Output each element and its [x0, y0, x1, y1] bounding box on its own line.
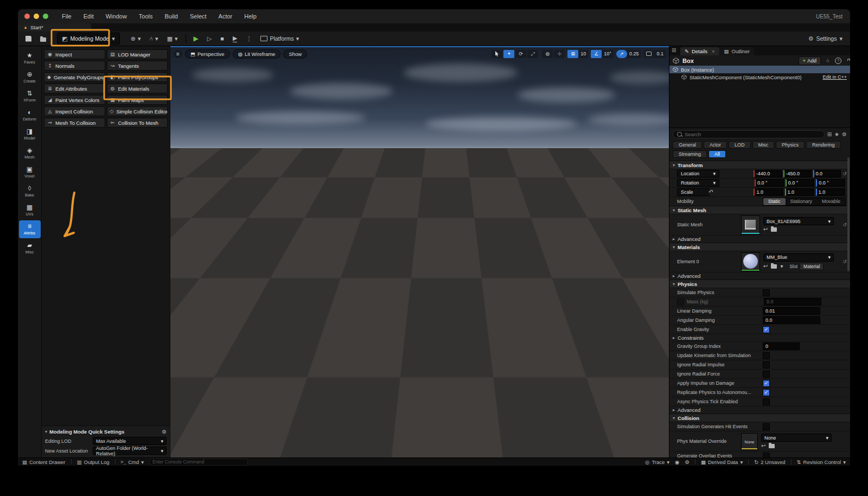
- settings-icon[interactable]: ⚙: [842, 131, 847, 137]
- mass-override-checkbox[interactable]: [677, 298, 684, 306]
- location-x-field[interactable]: -440.0: [754, 170, 782, 177]
- menu-select[interactable]: Select: [184, 13, 213, 20]
- scale-y-field[interactable]: 1.0: [785, 188, 814, 196]
- row-materials-advanced[interactable]: ▸Advanced: [669, 272, 850, 279]
- location-y-field[interactable]: -450.0: [783, 170, 812, 177]
- tool-paint-polygroups[interactable]: ◧Paint PolyGroups: [107, 72, 168, 82]
- tool-mesh-to-collision[interactable]: ⇒Mesh To Collision: [44, 118, 105, 128]
- replicate-physics-checkbox[interactable]: ✓: [763, 389, 770, 396]
- angular-damping-field[interactable]: 0.0: [763, 316, 820, 324]
- rotation-snap-toggle[interactable]: ∠: [591, 50, 602, 58]
- show-flags-select[interactable]: Show: [283, 49, 307, 59]
- use-selected-asset-icon[interactable]: ↩: [761, 443, 765, 449]
- settings-button[interactable]: ⚙ Settings ▾: [805, 34, 846, 44]
- menu-edit[interactable]: Edit: [78, 13, 100, 20]
- maximize-window-button[interactable]: [43, 14, 48, 19]
- tool-inspect-collision[interactable]: ◬Inspect Collision: [44, 106, 105, 116]
- sim-hit-events-checkbox[interactable]: [763, 423, 770, 430]
- section-collision[interactable]: ▾Collision: [669, 414, 850, 422]
- menu-file[interactable]: File: [56, 13, 78, 20]
- cinematics-button[interactable]: ▦▾: [164, 34, 181, 44]
- material-options-icon[interactable]: ▾: [780, 263, 783, 269]
- apply-impulse-checkbox[interactable]: ✓: [763, 380, 770, 387]
- slot-name-field[interactable]: Material: [800, 263, 824, 270]
- grid-snap-value[interactable]: 10: [578, 50, 588, 58]
- scale-z-field[interactable]: 1.0: [816, 188, 845, 196]
- filter-lod[interactable]: LOD: [729, 141, 751, 149]
- play-button[interactable]: ▶: [190, 34, 202, 44]
- select-tool-button[interactable]: [492, 50, 502, 58]
- section-static-mesh[interactable]: ▾Static Mesh: [669, 206, 850, 214]
- browse-to-asset-icon[interactable]: [771, 264, 777, 269]
- rotation-type-select[interactable]: Rotation▾: [677, 179, 719, 187]
- filter-rendering[interactable]: Rendering: [806, 141, 841, 149]
- rail-item-faves[interactable]: ★Faves: [19, 49, 41, 67]
- location-type-select[interactable]: Location▾: [677, 170, 719, 177]
- blueprint-icon[interactable]: ⑃: [826, 58, 829, 63]
- section-transform[interactable]: ▾Transform: [669, 161, 850, 169]
- perspective-select[interactable]: ⬒Perspective: [185, 49, 230, 59]
- section-physics[interactable]: ▾Physics: [669, 279, 850, 288]
- rotation-snap-value[interactable]: 10°: [602, 50, 614, 58]
- browse-content-button[interactable]: [37, 34, 49, 44]
- level-viewport[interactable]: ≡ ⬒Perspective ◍Lit Wireframe Show + ⟳ ⤢…: [170, 46, 669, 457]
- filter-actor[interactable]: Actor: [704, 141, 727, 149]
- tool-collision-to-mesh[interactable]: ⇐Collision To Mesh: [107, 118, 168, 128]
- reset-to-default-icon[interactable]: ↺: [843, 171, 847, 176]
- mobility-stationary[interactable]: Stationary: [786, 198, 818, 205]
- move-tool-button[interactable]: +: [503, 50, 514, 58]
- rotate-tool-button[interactable]: ⟳: [515, 50, 526, 58]
- revision-control-button[interactable]: ⇅Revision Control▾: [797, 459, 846, 465]
- rail-item-xform[interactable]: ⇅XForm: [19, 87, 41, 105]
- stop-button[interactable]: ■: [217, 34, 227, 44]
- launch-button[interactable]: ▶: [229, 34, 240, 44]
- ignore-radial-force-checkbox[interactable]: [763, 371, 770, 378]
- static-mesh-thumbnail[interactable]: [741, 215, 760, 234]
- location-z-field[interactable]: 0.0: [813, 170, 841, 177]
- filter-general[interactable]: General: [673, 141, 702, 149]
- console-command-input[interactable]: Enter Console Command: [149, 459, 248, 466]
- add-component-button[interactable]: +Add: [799, 56, 821, 65]
- level-tab-start[interactable]: ▲ Start*: [18, 23, 91, 31]
- section-materials[interactable]: ▾Materials: [669, 243, 850, 251]
- filter-misc[interactable]: Misc: [752, 141, 775, 149]
- trace-button[interactable]: ◎Trace▾: [645, 459, 669, 465]
- filter-all[interactable]: All: [709, 150, 726, 158]
- rail-item-deform[interactable]: ◐Deform: [19, 106, 41, 124]
- menu-actor[interactable]: Actor: [213, 13, 239, 20]
- camera-speed-icon[interactable]: [643, 50, 654, 58]
- tool-edit-attributes[interactable]: ≣Edit Attributes: [44, 84, 105, 93]
- browse-to-asset-icon[interactable]: [771, 227, 777, 232]
- reset-to-default-icon[interactable]: ↺: [843, 222, 847, 227]
- rail-item-attribs[interactable]: ≡Attribs: [19, 220, 41, 238]
- material-asset-select[interactable]: MM_Blue▾: [763, 253, 834, 262]
- linear-damping-field[interactable]: 0.01: [763, 307, 820, 315]
- surface-snap-button[interactable]: ⊹: [554, 50, 565, 58]
- edit-in-cpp-link[interactable]: Edit in C++: [822, 74, 847, 80]
- update-kinematic-checkbox[interactable]: [763, 352, 770, 359]
- ignore-radial-impulse-checkbox[interactable]: [763, 361, 770, 368]
- browse-to-asset-icon[interactable]: [769, 444, 775, 448]
- rail-item-uvs[interactable]: ▦UVs: [19, 201, 41, 219]
- tool-paint-vertex-colors[interactable]: ◢Paint Vertex Colors: [44, 95, 105, 105]
- tree-row-staticmeshcomponent[interactable]: StaticMeshComponent (StaticMeshComponent…: [669, 73, 850, 81]
- tab-details[interactable]: ✎ Details ×: [680, 47, 719, 55]
- rotation-y-field[interactable]: 0.0 °: [786, 179, 815, 187]
- tool-edit-materials[interactable]: ◍Edit Materials: [107, 84, 168, 93]
- play-options-button[interactable]: ⋮: [242, 34, 255, 44]
- tool-generate-polygroups[interactable]: ◆Generate PolyGroups: [44, 72, 105, 82]
- rail-item-create[interactable]: ⊕Create: [19, 68, 41, 86]
- material-thumbnail[interactable]: [741, 252, 760, 271]
- row-static-mesh-advanced[interactable]: ▸Advanced: [669, 235, 850, 243]
- generate-overlap-checkbox[interactable]: [763, 453, 770, 458]
- gravity-group-index-field[interactable]: 0: [763, 342, 800, 350]
- gear-icon[interactable]: ⚙: [162, 429, 167, 435]
- grid-snap-toggle[interactable]: ⊞: [567, 50, 578, 58]
- frame-skip-button[interactable]: ▷: [204, 34, 215, 44]
- menu-tools[interactable]: Tools: [133, 13, 159, 20]
- platforms-button[interactable]: Platforms ▾: [257, 34, 302, 44]
- menu-window[interactable]: Window: [100, 13, 133, 20]
- save-button[interactable]: [22, 34, 35, 44]
- rail-item-model[interactable]: ◨Model: [19, 125, 41, 143]
- derived-data-button[interactable]: ▦Derived Data▾: [701, 459, 743, 465]
